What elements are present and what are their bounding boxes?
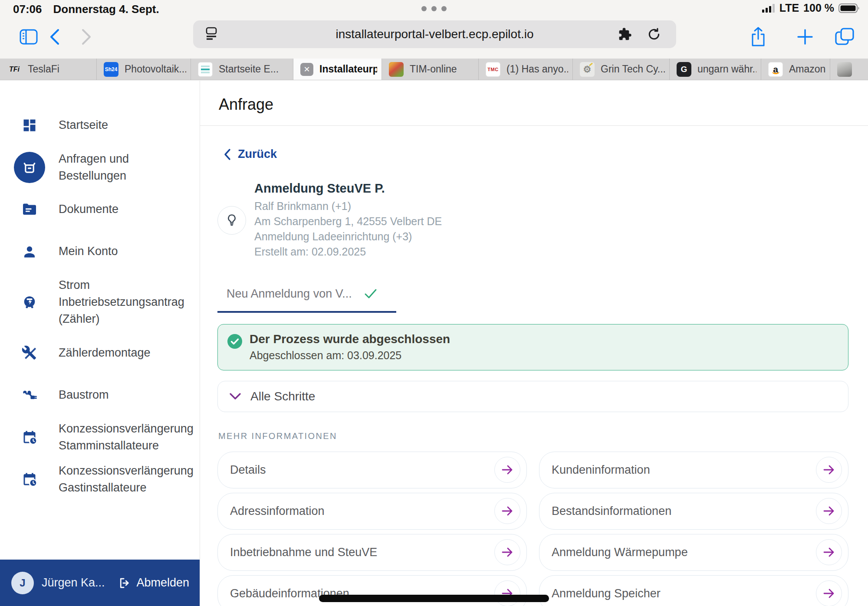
calendar-clock-icon — [0, 429, 59, 445]
info-cards-grid: Details Kundeninformation Adressinformat… — [217, 452, 848, 606]
tab-ungarn[interactable]: G ungarn währ... — [670, 59, 761, 80]
back-button[interactable] — [49, 28, 60, 46]
dashboard-icon — [0, 118, 59, 133]
amazon-favicon: a — [768, 62, 783, 77]
g-favicon: G — [677, 62, 691, 77]
chevron-down-icon — [229, 392, 241, 401]
arrow-right-icon[interactable] — [816, 457, 842, 483]
tab-startseite[interactable]: Startseite E... — [191, 59, 293, 80]
network-type: LTE — [779, 2, 799, 14]
calendar-clock-icon — [0, 472, 59, 487]
arrow-right-icon[interactable] — [494, 457, 520, 483]
tab-photovoltaik[interactable]: Sh24 Photovoltaik... — [97, 59, 191, 80]
tab-tim-online[interactable]: TIM-online — [382, 59, 479, 80]
arrow-right-icon[interactable] — [494, 539, 520, 565]
card-anmeldung-speicher[interactable]: Anmeldung Speicher — [539, 575, 848, 606]
tab-teslafi[interactable]: TFi TeslaFi — [0, 59, 97, 80]
person-icon — [0, 244, 59, 259]
close-tab-icon[interactable]: ✕ — [300, 63, 313, 76]
lightbulb-icon — [224, 213, 239, 228]
card-anmeldung-waermepumpe[interactable]: Anmeldung Wärmepumpe — [539, 534, 848, 571]
teslafi-favicon: TFi — [7, 62, 22, 77]
record-info: Anmeldung SteuVE P. Ralf Brinkmann (+1) … — [254, 181, 442, 259]
sidebar-item-dokumente[interactable]: Dokumente — [0, 188, 200, 230]
tmc-favicon: TMC — [486, 62, 500, 77]
image-favicon — [837, 62, 852, 77]
sidebar-item-anfragen-bestellungen[interactable]: Anfragen und Bestellungen — [0, 146, 200, 188]
check-circle-icon — [227, 334, 243, 349]
tools-icon — [0, 345, 59, 361]
new-tab-button[interactable] — [796, 27, 815, 46]
cable-plug-icon — [0, 387, 59, 403]
tabs-overview-button[interactable] — [834, 27, 855, 47]
record-title: Anmeldung SteuVE P. — [254, 181, 442, 196]
alert-title: Der Prozess wurde abgeschlossen — [250, 332, 450, 347]
sidebar-toggle-button[interactable] — [20, 29, 38, 45]
sidebar-item-startseite[interactable]: Startseite — [0, 104, 200, 146]
sidebar-nav: Startseite Anfragen und Bestellungen — [0, 81, 200, 500]
basket-icon — [14, 152, 45, 183]
arrow-right-icon[interactable] — [494, 580, 520, 606]
safari-chrome: 07:06 Donnerstag 4. Sept. LTE 100 % — [0, 0, 868, 59]
sh24-favicon: Sh24 — [104, 62, 118, 77]
card-inbetriebnahme-steuve[interactable]: Inbetriebnahme und SteuVE — [217, 534, 527, 571]
card-details[interactable]: Details — [217, 452, 527, 488]
folder-icon — [0, 202, 59, 217]
record-type: Anmeldung Ladeeinrichtung (+3) — [254, 229, 442, 244]
sidebar-item-baustrom[interactable]: Baustrom — [0, 374, 200, 416]
card-bestandsinformationen[interactable]: Bestandsinformationen — [539, 493, 848, 530]
arrow-right-icon[interactable] — [816, 580, 842, 606]
main-content: Anfrage Zurück Anmeldung SteuVE P. — [200, 81, 868, 606]
tab-partial[interactable] — [830, 59, 868, 80]
startseite-favicon — [198, 62, 213, 77]
sidebar-item-strom-inbetriebsetzungsantrag[interactable]: Strom Inbetriebsetzungsantrag (Zähler) — [0, 272, 200, 332]
grin-favicon — [580, 62, 595, 77]
sidebar-item-mein-konto[interactable]: Mein Konto — [0, 230, 200, 272]
ipad-screen: 07:06 Donnerstag 4. Sept. LTE 100 % — [0, 0, 868, 606]
all-steps-toggle[interactable]: Alle Schritte — [217, 381, 848, 412]
sidebar-item-konzession-stamminstallateure[interactable]: Konzessionsverlängerung Stamminstallateu… — [0, 416, 200, 458]
success-alert: Der Prozess wurde abgeschlossen Abgeschl… — [217, 324, 848, 370]
tab-grin-tech[interactable]: Grin Tech Cy... — [573, 59, 670, 80]
back-link[interactable]: Zurück — [224, 147, 277, 161]
meter-icon — [0, 295, 59, 310]
logout-button[interactable]: Abmelden — [118, 576, 189, 590]
arrow-right-icon[interactable] — [816, 498, 842, 524]
url-text: installateurportal-velbert.ecp.epilot.io — [193, 27, 676, 41]
arrow-right-icon[interactable] — [816, 539, 842, 565]
sidebar-item-zaehlerdemontage[interactable]: Zählerdemontage — [0, 332, 200, 374]
home-indicator[interactable] — [319, 595, 549, 602]
status-right: LTE 100 % — [762, 2, 860, 14]
forward-button[interactable] — [81, 28, 92, 46]
extensions-icon[interactable] — [618, 27, 632, 41]
address-bar[interactable]: installateurportal-velbert.ecp.epilot.io — [193, 20, 676, 48]
user-name: Jürgen Ka... — [42, 576, 110, 590]
status-date: Donnerstag 4. Sept. — [53, 3, 159, 16]
clock: 07:06 — [13, 3, 42, 16]
card-adressinformation[interactable]: Adressinformation — [217, 493, 527, 530]
tab-installateurportal[interactable]: ✕ Installateurp... — [293, 59, 382, 80]
reload-icon[interactable] — [647, 27, 661, 42]
sidebar-item-konzession-gastinstallateure[interactable]: Konzessionsverlängerung Gastinstallateur… — [0, 458, 200, 500]
tab-strip: TFi TeslaFi Sh24 Photovoltaik... Startse… — [0, 59, 868, 80]
share-button[interactable] — [750, 26, 767, 48]
cellular-signal-icon — [762, 3, 775, 13]
check-icon — [364, 288, 377, 299]
battery-percent: 100 % — [803, 2, 834, 14]
browser-toolbar: installateurportal-velbert.ecp.epilot.io — [0, 15, 868, 59]
arrow-right-icon[interactable] — [494, 498, 520, 524]
tab-amazon[interactable]: a Amazon — [761, 59, 830, 80]
logout-label: Abmelden — [136, 576, 189, 590]
tab-has-anyone[interactable]: TMC (1) Has anyo... — [479, 59, 573, 80]
record-avatar — [217, 206, 246, 235]
multitasking-dots-icon[interactable] — [421, 6, 447, 11]
record-contact: Ralf Brinkmann (+1) — [254, 199, 442, 214]
tab-neu-anmeldung[interactable]: Neu Anmeldung von V... — [217, 287, 396, 313]
portal-sidebar: Startseite Anfragen und Bestellungen — [0, 81, 200, 606]
more-information-label: MEHR INFORMATIONEN — [218, 431, 848, 441]
card-kundeninformation[interactable]: Kundeninformation — [539, 452, 848, 488]
record-address: Am Scharpenberg 1, 42555 Velbert DE — [254, 214, 442, 229]
logout-icon — [118, 577, 131, 590]
record-header: Anmeldung SteuVE P. Ralf Brinkmann (+1) … — [217, 181, 848, 259]
user-bar: J Jürgen Ka... Abmelden — [0, 560, 200, 606]
